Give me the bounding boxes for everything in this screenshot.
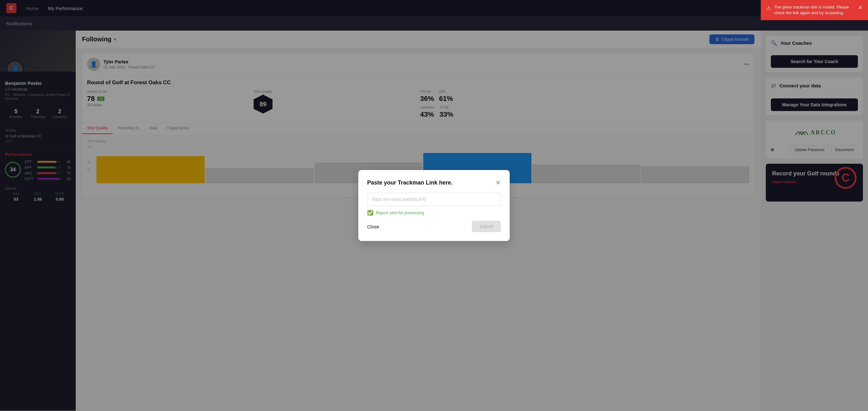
check-icon: ✅ bbox=[367, 210, 373, 216]
error-toast-message: The given trackman link is invalid. Plea… bbox=[774, 4, 855, 16]
trackman-modal: Paste your Trackman Link here. ✕ ✅ Repor… bbox=[358, 170, 510, 241]
error-toast: ⚠ The given trackman link is invalid. Pl… bbox=[761, 0, 868, 20]
modal-close-button[interactable]: Close bbox=[367, 224, 379, 229]
success-text: Report sent for processing bbox=[376, 211, 424, 215]
trackman-link-input[interactable] bbox=[367, 193, 501, 206]
modal-close-icon[interactable]: ✕ bbox=[496, 179, 501, 186]
success-message: ✅ Report sent for processing bbox=[367, 210, 501, 216]
modal-overlay: Paste your Trackman Link here. ✕ ✅ Repor… bbox=[0, 0, 868, 411]
warning-icon: ⚠ bbox=[767, 5, 771, 12]
modal-submit-button[interactable]: Submit bbox=[472, 221, 501, 232]
close-icon[interactable]: ✕ bbox=[858, 4, 862, 11]
modal-title: Paste your Trackman Link here. bbox=[367, 180, 453, 186]
